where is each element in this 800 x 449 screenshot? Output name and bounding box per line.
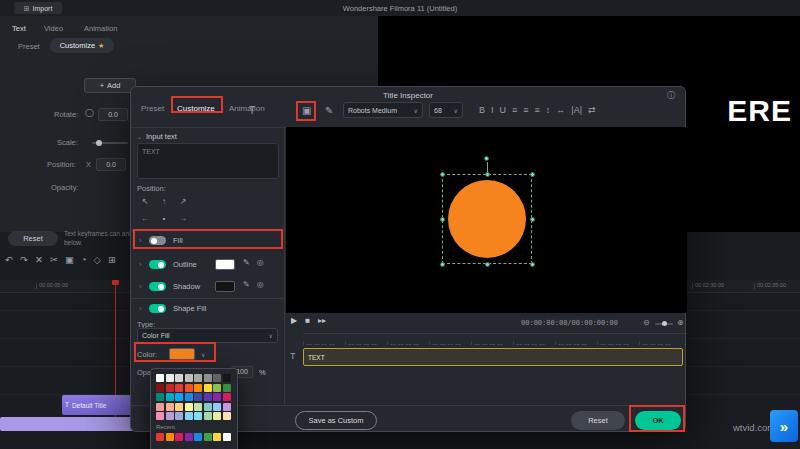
selection-box[interactable] [442, 174, 532, 264]
zoom-slider[interactable] [655, 323, 673, 325]
redo-icon[interactable]: ↷ [20, 255, 28, 265]
palette-color-swatch[interactable] [156, 374, 164, 382]
reset-keyframe-button[interactable]: Reset [8, 231, 58, 246]
tab-video[interactable]: Video [44, 24, 63, 33]
palette-color-swatch[interactable] [175, 374, 183, 382]
tab-text[interactable]: Text [12, 24, 26, 33]
palette-color-swatch[interactable] [223, 403, 231, 411]
underline-icon[interactable]: U [500, 106, 507, 115]
recent-color-swatch[interactable] [204, 433, 212, 441]
dialog-tab-preset[interactable]: Preset [141, 104, 164, 113]
selection-handle[interactable] [530, 172, 535, 177]
selection-handle[interactable] [485, 262, 490, 267]
expand-icon[interactable]: › [139, 237, 142, 245]
color-picker-icon[interactable]: ◎ [257, 259, 264, 267]
save-as-custom-button[interactable]: Save as Custom [295, 411, 377, 430]
recent-color-swatch[interactable] [156, 433, 164, 441]
text-cursor-icon[interactable]: T [249, 106, 255, 116]
scale-slider[interactable] [92, 142, 128, 144]
dialog-reset-button[interactable]: Reset [571, 411, 625, 430]
font-family-select[interactable]: Robots Medium ∨ [343, 102, 423, 118]
selection-handle[interactable] [485, 172, 490, 177]
chevron-down-icon[interactable]: ∨ [201, 351, 205, 358]
trash-icon[interactable]: ✕ [35, 255, 43, 265]
rotate-value[interactable]: 0.0 [98, 108, 128, 121]
palette-color-swatch[interactable] [175, 412, 183, 420]
eyedropper-icon[interactable]: ✎ [243, 259, 250, 267]
palette-color-swatch[interactable] [166, 384, 174, 392]
palette-color-swatch[interactable] [194, 412, 202, 420]
align-top-left-icon[interactable]: ↖ [137, 195, 153, 209]
italic-icon[interactable]: I [491, 106, 494, 115]
crop-icon[interactable]: ▣ [65, 255, 74, 265]
align-top-center-icon[interactable]: ↑ [156, 195, 172, 209]
palette-color-swatch[interactable] [204, 393, 212, 401]
recent-color-swatch[interactable] [166, 433, 174, 441]
default-title-clip[interactable]: T Default Title [62, 395, 137, 415]
palette-color-swatch[interactable] [213, 403, 221, 411]
palette-color-swatch[interactable] [185, 403, 193, 411]
palette-color-swatch[interactable] [204, 412, 212, 420]
fill-toggle[interactable] [149, 236, 166, 245]
rotate-knob-icon[interactable]: ◯ [85, 109, 94, 117]
recent-color-swatch[interactable] [213, 433, 221, 441]
outline-toggle[interactable] [149, 260, 166, 269]
text-box-icon[interactable]: ▣ [302, 106, 311, 116]
selection-handle[interactable] [440, 217, 445, 222]
import-button[interactable]: ⊞ Import [14, 2, 62, 14]
align-top-right-icon[interactable]: ↗ [175, 195, 191, 209]
align-center-icon[interactable]: ≡ [523, 106, 528, 115]
text-clip[interactable]: TEXT [303, 348, 683, 366]
expand-icon[interactable]: › [139, 261, 142, 269]
palette-color-swatch[interactable] [213, 393, 221, 401]
zoom-out-icon[interactable]: ⊖ [643, 319, 650, 327]
palette-color-swatch[interactable] [223, 393, 231, 401]
palette-color-swatch[interactable] [185, 374, 193, 382]
expand-icon[interactable]: › [139, 305, 142, 313]
text-direction-icon[interactable]: ⇄ [588, 106, 596, 115]
rotation-handle[interactable] [484, 156, 489, 161]
promo-badge[interactable]: » [770, 410, 798, 442]
palette-color-swatch[interactable] [204, 403, 212, 411]
palette-color-swatch[interactable] [185, 384, 193, 392]
recent-color-swatch[interactable] [194, 433, 202, 441]
palette-color-swatch[interactable] [156, 412, 164, 420]
selection-handle[interactable] [440, 262, 445, 267]
palette-color-swatch[interactable] [166, 393, 174, 401]
position-x-value[interactable]: 0.0 [96, 158, 126, 171]
align-left-icon[interactable]: ≡ [512, 106, 517, 115]
tab-animation[interactable]: Animation [84, 24, 117, 33]
palette-color-swatch[interactable] [223, 374, 231, 382]
dialog-tab-customize[interactable]: Customize [177, 104, 215, 113]
selection-handle[interactable] [530, 217, 535, 222]
align-middle-center-icon[interactable]: • [156, 212, 172, 226]
undo-icon[interactable]: ↶ [5, 255, 13, 265]
align-right-icon[interactable]: ≡ [535, 106, 540, 115]
selection-handle[interactable] [530, 262, 535, 267]
palette-color-swatch[interactable] [185, 412, 193, 420]
line-spacing-icon[interactable]: ↕ [546, 106, 551, 115]
split-icon[interactable]: ✂ [50, 255, 58, 265]
next-frame-icon[interactable]: ▸▸ [318, 317, 326, 325]
shadow-color-swatch[interactable] [215, 281, 235, 292]
text-style-icon[interactable]: ✎ [325, 106, 333, 116]
bold-icon[interactable]: B [479, 106, 485, 115]
color-picker-icon[interactable]: ◎ [257, 281, 264, 289]
palette-color-swatch[interactable] [223, 384, 231, 392]
palette-color-swatch[interactable] [166, 374, 174, 382]
marker-icon[interactable]: ◇ [94, 255, 101, 265]
palette-color-swatch[interactable] [213, 374, 221, 382]
fill-type-select[interactable]: Color Fill ∨ [137, 328, 278, 343]
palette-color-swatch[interactable] [175, 393, 183, 401]
palette-color-swatch[interactable] [194, 374, 202, 382]
preset-subtab[interactable]: Preset [18, 42, 40, 51]
recent-color-swatch[interactable] [175, 433, 183, 441]
recent-color-swatch[interactable] [185, 433, 193, 441]
customize-subtab[interactable]: Customize ★ [50, 38, 114, 53]
palette-color-swatch[interactable] [204, 374, 212, 382]
shape-color-swatch[interactable] [169, 348, 195, 360]
input-text-header[interactable]: ⌄ Input text [137, 132, 177, 141]
zoom-in-icon[interactable]: ⊕ [677, 319, 684, 327]
info-icon[interactable]: ⓘ [667, 90, 675, 101]
palette-color-swatch[interactable] [213, 384, 221, 392]
